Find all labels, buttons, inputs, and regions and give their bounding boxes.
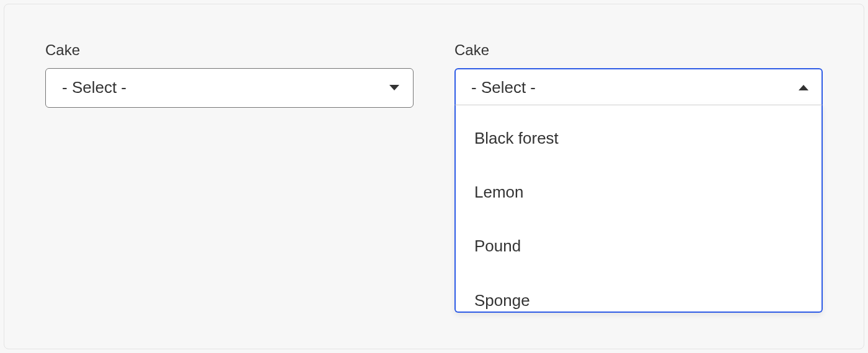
dropdown-scroll[interactable]: Black forest Lemon Pound Sponge xyxy=(456,105,822,312)
cake-label-left: Cake xyxy=(45,41,414,59)
demo-panel: Cake - Select - Cake - Select - Black fo… xyxy=(4,4,864,349)
option-lemon[interactable]: Lemon xyxy=(456,165,822,219)
cake-field-closed: Cake - Select - xyxy=(45,41,414,312)
option-sponge[interactable]: Sponge xyxy=(456,274,822,312)
option-black-forest[interactable]: Black forest xyxy=(456,111,822,165)
cake-select-open[interactable]: - Select - xyxy=(454,68,823,108)
chevron-down-icon xyxy=(389,85,399,90)
cake-label-right: Cake xyxy=(454,41,823,59)
dropdown-listbox: Black forest Lemon Pound Sponge xyxy=(454,105,823,313)
cake-select-closed[interactable]: - Select - xyxy=(45,68,414,108)
select-placeholder-right: - Select - xyxy=(471,78,536,97)
option-pound[interactable]: Pound xyxy=(456,219,822,273)
chevron-up-icon xyxy=(799,85,808,90)
cake-field-open: Cake - Select - Black forest Lemon Pound… xyxy=(454,41,823,312)
select-placeholder-left: - Select - xyxy=(62,78,126,97)
